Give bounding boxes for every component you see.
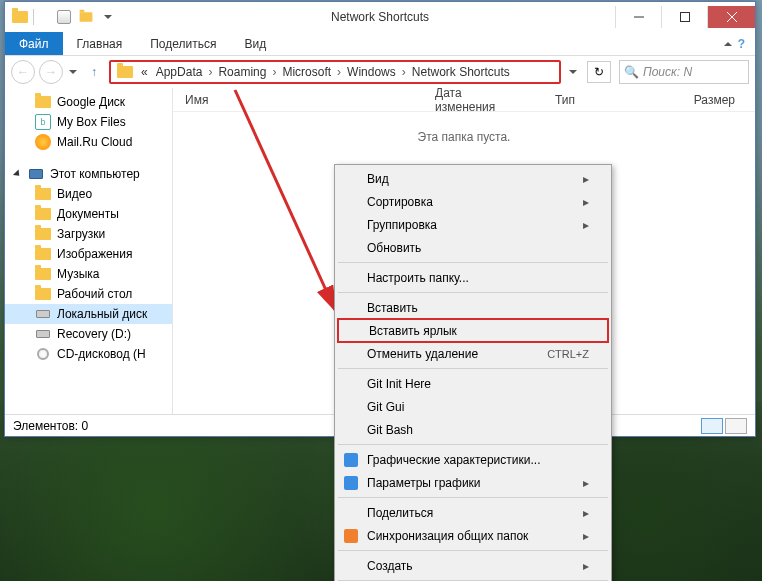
forward-button[interactable]: → [39, 60, 63, 84]
submenu-arrow-icon: ▸ [583, 195, 589, 209]
sidebar-item[interactable]: Музыка [5, 264, 172, 284]
menu-item[interactable]: Вставить ярлык [337, 318, 609, 343]
empty-message: Эта папка пуста. [173, 112, 755, 162]
details-view-button[interactable] [701, 418, 723, 434]
menu-item[interactable]: Git Bash [337, 418, 609, 441]
sidebar-item-gdrive[interactable]: Google Диск [5, 92, 172, 112]
sidebar-label: Документы [57, 207, 119, 221]
qat-dropdown[interactable] [99, 8, 117, 26]
sidebar-item-box[interactable]: b My Box Files [5, 112, 172, 132]
chevron-right-icon[interactable]: › [335, 65, 343, 79]
menu-item-label: Вставить [367, 301, 418, 315]
mailru-icon [35, 134, 51, 150]
chevron-right-icon[interactable]: › [206, 65, 214, 79]
breadcrumb-prefix[interactable]: « [137, 65, 152, 79]
folder-icon [11, 8, 29, 26]
up-button[interactable]: ↑ [83, 61, 105, 83]
tab-home[interactable]: Главная [63, 32, 137, 55]
minimize-button[interactable] [615, 6, 661, 28]
sync-icon [343, 528, 359, 544]
column-name[interactable]: Имя [185, 93, 435, 107]
menu-item-label: Обновить [367, 241, 421, 255]
help-icon[interactable]: ? [738, 37, 745, 51]
status-elements: Элементов: 0 [13, 419, 88, 433]
chevron-right-icon[interactable]: › [270, 65, 278, 79]
menu-item[interactable]: Отменить удалениеCTRL+Z [337, 342, 609, 365]
view-buttons [701, 418, 747, 434]
submenu-arrow-icon: ▸ [583, 218, 589, 232]
submenu-arrow-icon: ▸ [583, 506, 589, 520]
sidebar-label: Изображения [57, 247, 132, 261]
cd-icon [35, 346, 51, 362]
addressbar-dropdown[interactable] [569, 70, 577, 74]
search-input[interactable]: 🔍 Поиск: N [619, 60, 749, 84]
sidebar-item[interactable]: Изображения [5, 244, 172, 264]
tab-file[interactable]: Файл [5, 32, 63, 55]
tab-share[interactable]: Поделиться [136, 32, 230, 55]
icons-view-button[interactable] [725, 418, 747, 434]
breadcrumb-seg-2[interactable]: Microsoft [278, 65, 335, 79]
menu-item[interactable]: Обновить [337, 236, 609, 259]
menu-item[interactable]: Сортировка▸ [337, 190, 609, 213]
menu-item[interactable]: Настроить папку... [337, 266, 609, 289]
folder-icon [35, 186, 51, 202]
column-size[interactable]: Размер [655, 93, 755, 107]
menu-item[interactable]: Git Gui [337, 395, 609, 418]
breadcrumb-seg-4[interactable]: Network Shortcuts [408, 65, 514, 79]
address-bar[interactable]: « AppData › Roaming › Microsoft › Window… [109, 60, 561, 84]
sidebar-item[interactable]: Рабочий стол [5, 284, 172, 304]
gdrive-icon [35, 94, 51, 110]
breadcrumb-seg-0[interactable]: AppData [152, 65, 207, 79]
menu-item-label: Поделиться [367, 506, 433, 520]
sidebar-item-computer[interactable]: Этот компьютер [5, 164, 172, 184]
history-dropdown[interactable] [69, 70, 77, 74]
search-icon: 🔍 [624, 65, 639, 79]
folder-small-icon[interactable] [77, 8, 95, 26]
menu-item-label: Создать [367, 559, 413, 573]
back-button[interactable]: ← [11, 60, 35, 84]
expand-icon[interactable] [13, 169, 22, 178]
sidebar-item[interactable]: Документы [5, 204, 172, 224]
ribbon-expand[interactable]: ? [714, 37, 755, 51]
menu-item[interactable]: Создать▸ [337, 554, 609, 577]
menu-item[interactable]: Параметры графики▸ [337, 471, 609, 494]
sidebar-item[interactable]: CD-дисковод (H [5, 344, 172, 364]
titlebar[interactable]: Network Shortcuts [5, 2, 755, 32]
refresh-button[interactable]: ↻ [587, 61, 611, 83]
sidebar-label: Локальный диск [57, 307, 147, 321]
folder-icon [113, 66, 137, 78]
submenu-arrow-icon: ▸ [583, 529, 589, 543]
sidebar-item[interactable]: Видео [5, 184, 172, 204]
sidebar-item[interactable]: Локальный диск [5, 304, 172, 324]
sidebar-item[interactable]: Загрузки [5, 224, 172, 244]
hdd-icon [35, 326, 51, 342]
menu-item[interactable]: Вставить [337, 296, 609, 319]
sidebar-label: My Box Files [57, 115, 126, 129]
menu-item[interactable]: Git Init Here [337, 372, 609, 395]
sidebar-item[interactable]: Recovery (D:) [5, 324, 172, 344]
menu-item[interactable]: Графические характеристики... [337, 448, 609, 471]
column-type[interactable]: Тип [555, 93, 655, 107]
folder-icon [35, 206, 51, 222]
column-date[interactable]: Дата изменения [435, 86, 555, 114]
menu-item[interactable]: Синхронизация общих папок▸ [337, 524, 609, 547]
menu-item[interactable]: Поделиться▸ [337, 501, 609, 524]
svg-rect-1 [680, 13, 689, 22]
navigation-pane[interactable]: Google Диск b My Box Files Mail.Ru Cloud… [5, 88, 173, 414]
menu-item-label: Синхронизация общих папок [367, 529, 528, 543]
menu-item[interactable]: Вид▸ [337, 167, 609, 190]
submenu-arrow-icon: ▸ [583, 172, 589, 186]
tab-view[interactable]: Вид [230, 32, 280, 55]
close-button[interactable] [707, 6, 755, 28]
properties-icon[interactable] [55, 8, 73, 26]
maximize-button[interactable] [661, 6, 707, 28]
menu-item[interactable]: Группировка▸ [337, 213, 609, 236]
breadcrumb-seg-3[interactable]: Windows [343, 65, 400, 79]
window-controls [615, 6, 755, 28]
navigation-row: ← → ↑ « AppData › Roaming › Microsoft › … [5, 56, 755, 88]
sidebar-label: Google Диск [57, 95, 125, 109]
sidebar-item-mailru[interactable]: Mail.Ru Cloud [5, 132, 172, 152]
breadcrumb-seg-1[interactable]: Roaming [214, 65, 270, 79]
menu-item-label: Вставить ярлык [369, 324, 457, 338]
chevron-right-icon[interactable]: › [400, 65, 408, 79]
